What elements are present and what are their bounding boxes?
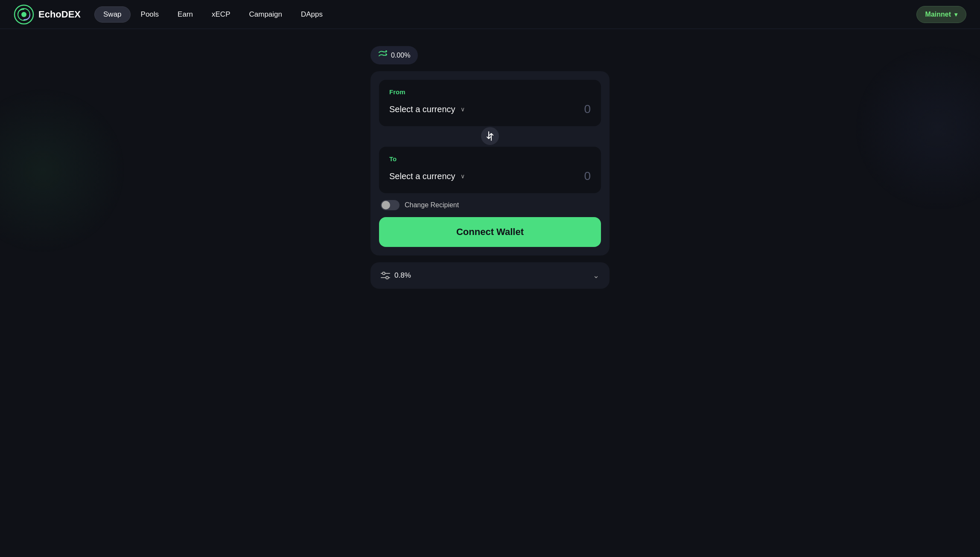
slippage-badge[interactable]: 0.00% bbox=[370, 46, 418, 64]
to-label: To bbox=[389, 155, 591, 162]
connect-wallet-button[interactable]: Connect Wallet bbox=[379, 217, 601, 247]
from-chevron-icon: ∨ bbox=[461, 106, 465, 113]
slippage-icon bbox=[378, 50, 388, 60]
settings-value: 0.8% bbox=[394, 271, 411, 280]
nav-item-swap[interactable]: Swap bbox=[94, 6, 131, 23]
network-label: Mainnet bbox=[925, 11, 951, 18]
from-label: From bbox=[389, 88, 591, 96]
to-currency-row: Select a currency ∨ 0 bbox=[389, 169, 591, 183]
settings-left: 0.8% bbox=[381, 271, 411, 280]
to-currency-selector[interactable]: Select a currency ∨ bbox=[389, 171, 465, 181]
svg-point-2 bbox=[21, 12, 26, 17]
swap-arrows-icon bbox=[486, 131, 494, 141]
nav-item-pools[interactable]: Pools bbox=[132, 7, 168, 22]
from-amount: 0 bbox=[584, 102, 591, 116]
logo-text: EchoDEX bbox=[38, 9, 81, 20]
from-currency-text: Select a currency bbox=[389, 104, 455, 114]
swap-direction-button[interactable] bbox=[480, 126, 500, 146]
from-currency-row: Select a currency ∨ 0 bbox=[389, 102, 591, 116]
swap-card: From Select a currency ∨ 0 To bbox=[370, 71, 610, 255]
change-recipient-row: Change Recipient bbox=[381, 200, 599, 210]
toggle-knob bbox=[382, 201, 390, 209]
settings-chevron-icon: ⌄ bbox=[593, 271, 599, 280]
settings-card[interactable]: 0.8% ⌄ bbox=[370, 262, 610, 289]
to-panel: To Select a currency ∨ 0 bbox=[379, 147, 601, 193]
logo-link[interactable]: EchoDEX bbox=[14, 4, 81, 25]
nav-item-earn[interactable]: Earn bbox=[169, 7, 201, 22]
to-currency-text: Select a currency bbox=[389, 171, 455, 181]
nav-item-campaign[interactable]: Campaign bbox=[240, 7, 291, 22]
logo-icon bbox=[14, 4, 34, 25]
main-content: 0.00% From Select a currency ∨ 0 bbox=[0, 29, 980, 306]
svg-point-6 bbox=[386, 276, 388, 279]
svg-point-5 bbox=[382, 272, 385, 275]
change-recipient-label: Change Recipient bbox=[405, 201, 459, 209]
network-selector[interactable]: Mainnet ▾ bbox=[916, 6, 966, 23]
nav-links: Swap Pools Earn xECP Campaign DApps bbox=[94, 6, 916, 23]
network-chevron-icon: ▾ bbox=[954, 11, 957, 18]
nav-item-xecp[interactable]: xECP bbox=[203, 7, 239, 22]
change-recipient-toggle[interactable] bbox=[381, 200, 400, 210]
navbar: EchoDEX Swap Pools Earn xECP Campaign DA… bbox=[0, 0, 980, 29]
slippage-value: 0.00% bbox=[391, 52, 410, 59]
to-amount: 0 bbox=[584, 169, 591, 183]
nav-item-dapps[interactable]: DApps bbox=[292, 7, 331, 22]
swap-direction-wrapper bbox=[379, 126, 601, 146]
from-panel: From Select a currency ∨ 0 bbox=[379, 80, 601, 126]
to-chevron-icon: ∨ bbox=[461, 173, 465, 180]
settings-sliders-icon bbox=[381, 271, 390, 280]
from-currency-selector[interactable]: Select a currency ∨ bbox=[389, 104, 465, 114]
